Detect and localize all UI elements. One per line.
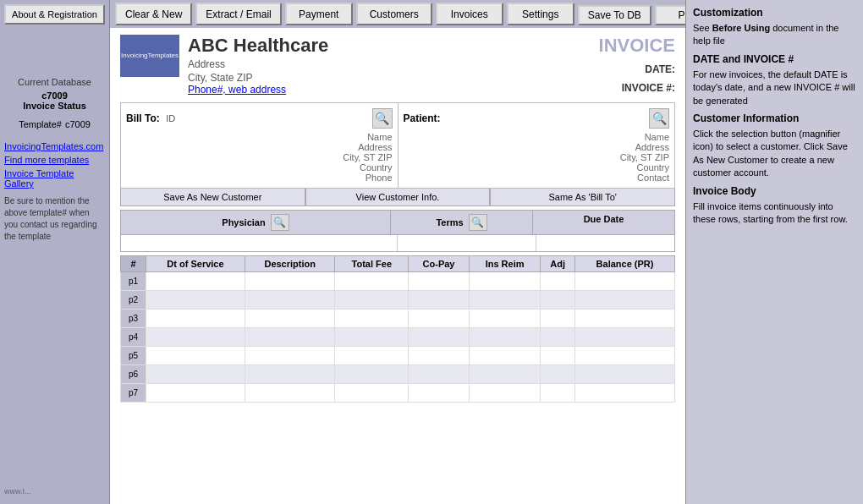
invoicing-templates-link[interactable]: InvoicingTemplates.com <box>4 141 105 151</box>
table-cell[interactable] <box>409 272 470 291</box>
table-cell[interactable] <box>245 291 335 310</box>
table-cell[interactable] <box>409 365 470 384</box>
patient-country: Country <box>404 162 670 173</box>
table-cell[interactable] <box>409 328 470 347</box>
company-address: Address <box>188 58 328 70</box>
table-cell[interactable] <box>335 384 409 403</box>
table-cell[interactable] <box>146 347 245 365</box>
table-row: p5 <box>121 347 675 365</box>
table-cell[interactable] <box>245 310 335 328</box>
table-cell[interactable] <box>541 384 575 403</box>
find-templates-link[interactable]: Find more templates <box>4 155 105 165</box>
table-cell[interactable] <box>541 272 575 291</box>
save-to-db-button[interactable]: Save To DB <box>578 5 651 25</box>
table-cell[interactable] <box>335 272 409 291</box>
same-as-bill-to-button[interactable]: Same As 'Bill To' <box>490 189 675 206</box>
dt-service-header: Dt of Service <box>146 256 245 272</box>
save-as-new-customer-button[interactable]: Save As New Customer <box>120 189 305 206</box>
table-cell[interactable] <box>541 328 575 347</box>
table-cell[interactable] <box>575 272 675 291</box>
table-cell[interactable] <box>470 347 541 365</box>
table-cell[interactable] <box>146 365 245 384</box>
invoice-num-label: INVOICE #: <box>599 82 675 94</box>
table-cell[interactable] <box>575 291 675 310</box>
table-cell[interactable] <box>146 272 245 291</box>
table-cell[interactable] <box>245 365 335 384</box>
table-cell[interactable] <box>575 328 675 347</box>
table-cell[interactable] <box>245 384 335 403</box>
table-cell[interactable] <box>335 291 409 310</box>
table-cell[interactable] <box>335 310 409 328</box>
main-toolbar: Clear & New Extract / Email Payment Cust… <box>110 0 685 28</box>
table-cell[interactable] <box>541 291 575 310</box>
table-cell[interactable] <box>409 310 470 328</box>
patient-label: Patient: <box>404 112 441 124</box>
settings-button[interactable]: Settings <box>507 3 574 25</box>
invoice-table: # Dt of Service Description Total Fee Co… <box>120 255 675 403</box>
table-cell[interactable] <box>409 291 470 310</box>
table-cell[interactable] <box>470 384 541 403</box>
right-panel: Customization See Before Using document … <box>685 0 863 504</box>
physician-magnifier[interactable]: 🔍 <box>271 214 289 231</box>
table-cell[interactable] <box>146 310 245 328</box>
extract-email-button[interactable]: Extract / Email <box>195 3 281 25</box>
table-cell[interactable] <box>146 291 245 310</box>
table-cell[interactable] <box>575 347 675 365</box>
toolbar-row1: Clear & New Extract / Email Payment Cust… <box>115 3 680 25</box>
total-fee-header: Total Fee <box>335 256 409 272</box>
clear-new-button[interactable]: Clear & New <box>115 3 192 25</box>
invoices-button[interactable]: Invoices <box>436 3 503 25</box>
table-cell[interactable] <box>146 384 245 403</box>
company-phone-web[interactable]: Phone#, web address <box>188 84 286 96</box>
bill-name: Name <box>126 132 393 142</box>
terms-input-cell <box>398 235 536 251</box>
table-cell[interactable] <box>335 365 409 384</box>
table-row: p6 <box>121 365 675 384</box>
template-gallery-link[interactable]: Invoice Template Gallery <box>4 168 105 189</box>
company-logo: InvoicingTemplates <box>120 35 179 77</box>
company-city: City, State ZIP <box>188 72 328 84</box>
print-button[interactable]: Print <box>655 5 685 25</box>
physician-input-cell <box>121 235 398 251</box>
patient-city: City, ST ZIP <box>404 152 670 162</box>
row-number: p1 <box>121 272 146 291</box>
table-cell[interactable] <box>470 310 541 328</box>
bill-city: City, ST ZIP <box>126 152 393 162</box>
table-cell[interactable] <box>575 310 675 328</box>
customers-button[interactable]: Customers <box>356 3 432 25</box>
table-cell[interactable] <box>409 347 470 365</box>
table-cell[interactable] <box>335 328 409 347</box>
table-cell[interactable] <box>541 347 575 365</box>
bill-to-magnifier[interactable]: 🔍 <box>372 108 393 129</box>
table-cell[interactable] <box>541 310 575 328</box>
table-cell[interactable] <box>575 365 675 384</box>
patient-magnifier[interactable]: 🔍 <box>649 108 669 129</box>
table-row: p2 <box>121 291 675 310</box>
about-registration-button[interactable]: About & Registration <box>4 4 105 25</box>
balance-header: Balance (PR) <box>575 256 675 272</box>
table-cell[interactable] <box>575 384 675 403</box>
customization-title: Customization <box>693 7 856 19</box>
table-cell[interactable] <box>470 272 541 291</box>
table-cell[interactable] <box>245 347 335 365</box>
table-cell[interactable] <box>146 328 245 347</box>
table-cell[interactable] <box>245 328 335 347</box>
table-row: p3 <box>121 310 675 328</box>
payment-button[interactable]: Payment <box>285 3 353 25</box>
table-cell[interactable] <box>470 328 541 347</box>
table-cell[interactable] <box>470 365 541 384</box>
due-date-cell: Due Date <box>533 211 674 234</box>
table-cell[interactable] <box>245 272 335 291</box>
table-cell[interactable] <box>409 384 470 403</box>
table-cell[interactable] <box>335 347 409 365</box>
view-customer-info-button[interactable]: View Customer Info. <box>305 189 491 206</box>
row-number: p6 <box>121 365 146 384</box>
company-name: ABC Healthcare <box>188 35 328 57</box>
customization-text: See Before Using document in the help fi… <box>693 22 856 48</box>
table-cell[interactable] <box>541 365 575 384</box>
sidebar: About & Registration Current Database c7… <box>0 0 110 504</box>
table-cell[interactable] <box>470 291 541 310</box>
terms-magnifier[interactable]: 🔍 <box>469 214 487 231</box>
invoice-body-text: Fill invoice items continuously into the… <box>693 200 856 227</box>
physician-sub-row <box>120 235 675 252</box>
